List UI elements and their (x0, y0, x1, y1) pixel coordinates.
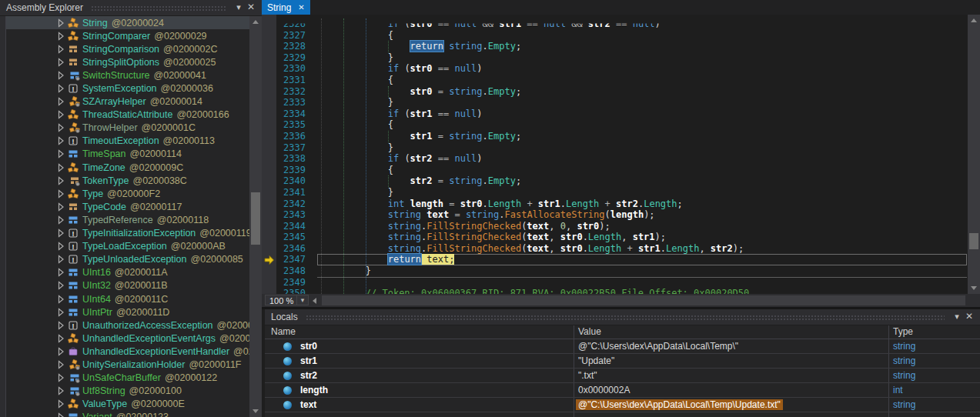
tree-item-StringSplitOptions[interactable]: StringSplitOptions@02000025 (6, 55, 249, 68)
tree-item-UInt16[interactable]: UInt16@0200011A (6, 266, 249, 279)
locals-row-str0[interactable]: str0@"C:\Users\dex\AppData\Local\Temp\"s… (265, 339, 980, 354)
tree-item-String[interactable]: String@02000024 (6, 16, 249, 29)
tree-item-UInt32[interactable]: UInt32@0200011B (6, 279, 249, 292)
expander-icon[interactable] (55, 346, 66, 357)
code-line-2326[interactable]: 2326 if (str0 == null && str1 == null &&… (262, 18, 968, 30)
expander-icon[interactable] (55, 215, 66, 225)
expander-icon[interactable] (55, 148, 66, 159)
tree-item-ThreadStaticAttribute[interactable]: ThreadStaticAttribute@02000166 (6, 108, 249, 122)
tree-item-StringComparer[interactable]: StringComparer@02000029 (6, 29, 249, 42)
panel-menu-chevron-icon[interactable]: ▾ (951, 311, 963, 323)
expander-icon[interactable] (55, 44, 66, 55)
code-line-2344[interactable]: 2344 string.FillStringChecked(text, 0, s… (262, 221, 968, 232)
code-line-2349[interactable]: 2349 (262, 277, 968, 289)
tree-item-TypeUnloadedException[interactable]: !TypeUnloadedException@02000085 (6, 253, 249, 266)
tree-item-TimeSpan[interactable]: TimeSpan@02000114 (6, 148, 249, 161)
code-line-2329[interactable]: 2329 } (262, 52, 968, 64)
expander-icon[interactable] (55, 70, 66, 81)
tree-item-SwitchStructure[interactable]: SwitchStructure@02000041 (6, 68, 249, 82)
code-line-2335[interactable]: 2335 { (262, 119, 968, 131)
tree-item-Type[interactable]: Type@020000F2 (6, 187, 249, 200)
code-line-2330[interactable]: 2330 if (str0 == null) (262, 63, 968, 75)
expander-icon[interactable] (55, 83, 66, 94)
tree-item-StringComparison[interactable]: StringComparison@0200002C (6, 42, 249, 55)
tree-item-TimeoutException[interactable]: !TimeoutException@02000113 (6, 135, 249, 148)
tree-item-Variant[interactable]: Variant@02000123 (6, 411, 249, 417)
code-line-2331[interactable]: 2331 { (262, 75, 968, 86)
tree-item-UnitySerializationHolder[interactable]: UnitySerializationHolder@0200011F (6, 358, 249, 371)
expander-icon[interactable] (55, 280, 66, 291)
tree-item-UInt64[interactable]: UInt64@0200011C (6, 292, 249, 305)
code-line-2341[interactable]: 2341 } (262, 187, 968, 198)
expander-icon[interactable] (55, 162, 66, 173)
expander-icon[interactable] (55, 385, 66, 396)
expander-icon[interactable] (55, 372, 66, 383)
tree-item-UnhandledExceptionEventArgs[interactable]: UnhandledExceptionEventArgs@0200012 (6, 332, 249, 345)
column-type[interactable]: Type (893, 326, 913, 337)
code-line-2336[interactable]: 2336 str1 = string.Empty; (262, 131, 968, 142)
code-line-2343[interactable]: 2343 string text = string.FastAllocateSt… (262, 209, 968, 221)
panel-close-icon[interactable]: ✕ (245, 2, 257, 14)
expander-icon[interactable] (55, 359, 66, 370)
code-line-2332[interactable]: 2332 str0 = string.Empty; (262, 86, 968, 98)
tree-scrollbar[interactable] (249, 16, 262, 417)
locals-row-text[interactable]: text@"C:\Users\dex\AppData\Local\Temp\Up… (265, 398, 980, 412)
expander-icon[interactable] (55, 412, 66, 417)
scroll-left-icon[interactable] (313, 298, 316, 304)
expander-icon[interactable] (55, 18, 66, 28)
panel-close-icon[interactable]: ✕ (963, 311, 975, 323)
code-line-2334[interactable]: 2334 if (str1 == null) (262, 108, 968, 120)
panel-menu-chevron-icon[interactable]: ▾ (232, 2, 245, 14)
tree-item-UIntPtr[interactable]: UIntPtr@0200011D (6, 305, 249, 319)
tree-item-Utf8String[interactable]: Utf8String@02000100 (6, 385, 249, 398)
code-line-2337[interactable]: 2337 } (262, 142, 968, 154)
column-value[interactable]: Value (578, 326, 601, 337)
code-line-2338[interactable]: 2338 if (str2 == null) (262, 153, 968, 165)
code-line-2328[interactable]: 2328 return string.Empty; (262, 41, 968, 52)
expander-icon[interactable] (55, 228, 66, 239)
expander-icon[interactable] (55, 96, 66, 107)
tree-item-UnSafeCharBuffer[interactable]: UnSafeCharBuffer@02000122 (6, 372, 249, 385)
code-line-2342[interactable]: 2342 int length = str0.Length + str1.Len… (262, 198, 968, 210)
expander-icon[interactable] (55, 254, 66, 265)
tree-item-SZArrayHelper[interactable]: SZArrayHelper@02000014 (6, 95, 249, 108)
expander-icon[interactable] (55, 267, 66, 278)
tree-item-TypeCode[interactable]: TypeCode@02000117 (6, 200, 249, 213)
expander-icon[interactable] (55, 135, 66, 146)
code-line-2350[interactable]: 2350 // Token: 0x06000367 RID: 871 RVA: … (262, 288, 968, 294)
expander-icon[interactable] (55, 333, 66, 344)
zoom-level-combo[interactable]: 100 % (265, 295, 297, 305)
expander-icon[interactable] (55, 188, 66, 199)
expander-icon[interactable] (55, 320, 66, 331)
expander-icon[interactable] (55, 31, 66, 42)
tab-close-icon[interactable]: ✕ (298, 3, 304, 12)
code-line-2345[interactable]: 2345 string.FillStringChecked(text, str0… (262, 232, 968, 243)
tree-item-UnauthorizedAccessException[interactable]: !UnauthorizedAccessException@0200011 (6, 319, 249, 332)
expander-icon[interactable] (55, 57, 66, 68)
tree-item-UnhandledExceptionEventHandler[interactable]: UnhandledExceptionEventHandler@0200 (6, 345, 249, 358)
tree-scrollbar-thumb[interactable] (251, 192, 260, 245)
tab-string[interactable]: String ✕ (262, 0, 310, 15)
tree-item-ValueType[interactable]: ValueType@0200000E (6, 398, 249, 411)
zoom-dropdown-chevron-icon[interactable]: ▾ (297, 295, 309, 305)
expander-icon[interactable] (55, 109, 66, 120)
tree-item-TimeZone[interactable]: TimeZone@0200009C (6, 161, 249, 174)
editor-scrollbar-thumb[interactable] (969, 233, 978, 249)
editor-scrollbar[interactable] (968, 15, 980, 294)
code-line-2348[interactable]: 2348 } (262, 265, 968, 277)
expander-icon[interactable] (55, 294, 66, 305)
tree-item-SystemException[interactable]: !SystemException@02000036 (6, 82, 249, 95)
expander-icon[interactable] (55, 202, 66, 212)
expander-icon[interactable] (55, 175, 66, 186)
tree-item-TypedReference[interactable]: TypedReference@02000118 (6, 213, 249, 226)
tree-item-ThrowHelper[interactable]: ThrowHelper@0200001C (6, 122, 249, 135)
tree-item-TokenType[interactable]: TokenType@0200038C (6, 174, 249, 187)
code-line-2340[interactable]: 2340 str2 = string.Empty; (262, 175, 968, 187)
locals-row-str1[interactable]: str1"Update"string (265, 354, 980, 369)
expander-icon[interactable] (55, 307, 66, 318)
scroll-down-icon[interactable] (253, 409, 259, 413)
code-line-2327[interactable]: 2327 { (262, 30, 968, 42)
code-line-2347[interactable]: 2347 return text; (262, 254, 968, 265)
expander-icon[interactable] (55, 122, 66, 133)
code-editor[interactable]: 2326 if (str0 == null && str1 == null &&… (262, 15, 980, 294)
